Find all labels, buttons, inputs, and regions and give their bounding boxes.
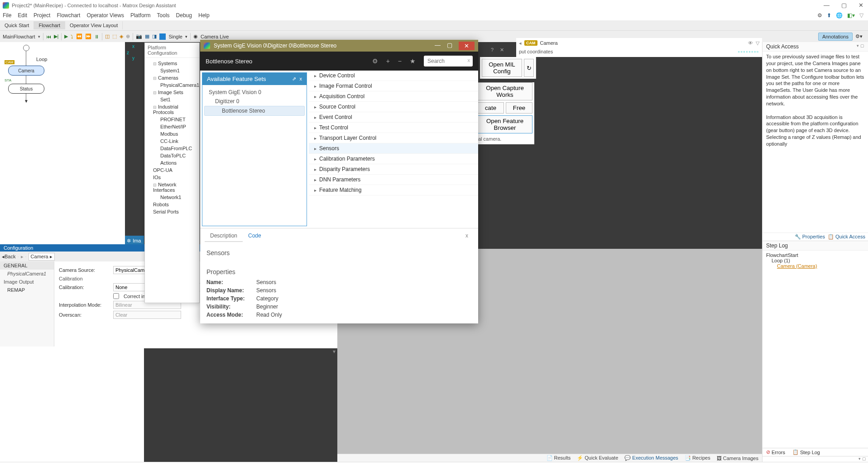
star-icon[interactable]: ★	[410, 57, 416, 65]
tab-operator-view-layout[interactable]: Operator View Layout	[65, 21, 123, 29]
steplog-tab[interactable]: 📋Step Log	[789, 448, 824, 456]
feature-item[interactable]: Disparity Parameters	[309, 164, 478, 175]
feature-item[interactable]: Test Control	[309, 123, 478, 133]
feature-item[interactable]: Source Control	[309, 102, 478, 112]
rewind-icon[interactable]: ⏪	[76, 33, 82, 39]
free-button[interactable]: Free	[506, 102, 532, 114]
menu-flowchart[interactable]: Flowchart	[57, 12, 80, 19]
platform-node[interactable]: System1	[146, 67, 198, 74]
platform-node[interactable]: EtherNet/IP	[146, 123, 198, 130]
step-icon[interactable]: ⤵	[71, 34, 73, 39]
nav-remap[interactable]: REMAP	[0, 286, 54, 294]
tool-icon-4[interactable]: ⊕	[126, 33, 130, 39]
open-mil-config-button[interactable]: Open MIL Config	[482, 59, 522, 77]
feature-item[interactable]: Calibration Parameters	[309, 154, 478, 164]
fast-forward-icon[interactable]: ⏩	[85, 33, 91, 39]
tool-icon-3[interactable]: ◈	[120, 33, 123, 39]
filter-icon[interactable]: ▽	[859, 12, 863, 19]
menu-tools[interactable]: Tools	[157, 12, 170, 19]
main-flowchart-dropdown[interactable]: MainFlowchart	[3, 34, 35, 39]
flowchart-start-node[interactable]	[23, 45, 29, 51]
dialog-close-button[interactable]: ✕	[459, 42, 475, 50]
step-log-loop[interactable]: Loop (1)	[766, 258, 864, 263]
pause-icon[interactable]: ⏸	[94, 34, 99, 39]
step-log-flowstart[interactable]: FlowchartStart	[766, 252, 864, 258]
open-capture-works-button[interactable]: Open Capture Works	[477, 82, 532, 100]
tool-icon-1[interactable]: ◫	[105, 33, 110, 39]
quick-access-link[interactable]: 📋 Quick Access	[828, 234, 865, 240]
platform-node[interactable]: ⊟ Image Sets	[146, 89, 198, 96]
status-icon[interactable]: ◧▾	[847, 12, 855, 19]
menu-help[interactable]: Help	[198, 12, 210, 19]
minus-icon[interactable]: −	[398, 57, 402, 65]
tool-icon-2[interactable]: ⬚	[112, 33, 117, 39]
errors-tab[interactable]: ⊘Errors	[762, 448, 789, 456]
correct-image-checkbox[interactable]	[113, 293, 119, 299]
dialog-maximize-button[interactable]: ▢	[447, 42, 452, 50]
platform-node[interactable]: CC-Link	[146, 138, 198, 145]
feature-item[interactable]: Transport Layer Control	[309, 133, 478, 143]
flowchart-status-node[interactable]: Status	[8, 84, 44, 94]
nav-image-output[interactable]: Image Output	[0, 278, 54, 286]
platform-node[interactable]: ⊟ Systems	[146, 60, 198, 67]
camera-close-icon[interactable]: ✕	[500, 47, 504, 53]
platform-node[interactable]: Set1	[146, 96, 198, 103]
flowchart-camera-node[interactable]: Camera	[8, 66, 44, 76]
tab-quick-evaluate[interactable]: ⚡ Quick Evaluate	[577, 455, 618, 461]
filter-icon-2[interactable]: ▽	[756, 40, 759, 46]
feature-dialog-titlebar[interactable]: System GigE Vision 0\Digitizer 0\Bottlen…	[200, 40, 478, 52]
gear-icon[interactable]: ⚙	[817, 12, 822, 19]
window-maximize-button[interactable]: ▢	[839, 2, 849, 9]
afs-close-icon[interactable]: x	[300, 76, 302, 82]
open-feature-browser-button[interactable]: Open Feature Browser	[477, 115, 532, 133]
afs-bottlenose[interactable]: Bottlenose Stereo	[204, 106, 305, 116]
tab-camera-images[interactable]: 🖼 Camera Images	[717, 456, 758, 461]
platform-node[interactable]: IOs	[146, 174, 198, 181]
plus-icon[interactable]: +	[386, 57, 390, 65]
camera-tool-icon[interactable]: 📷	[136, 33, 142, 39]
menu-operator-views[interactable]: Operator Views	[86, 12, 124, 19]
step-log-camera-link[interactable]: Camera (Camera)	[777, 263, 817, 269]
platform-tree[interactable]: ⊟ SystemsSystem1⊟ CamerasPhysicalCamera1…	[145, 58, 199, 217]
menu-platform[interactable]: Platform	[130, 12, 151, 19]
feature-item[interactable]: Acquisition Control	[309, 91, 478, 102]
feature-search-input[interactable]	[424, 56, 473, 66]
feature-item[interactable]: Device Control	[309, 71, 478, 81]
play-to-icon[interactable]: ▶|	[54, 33, 59, 39]
feature-item[interactable]: Event Control	[309, 112, 478, 123]
blue-tool-1-icon[interactable]: ▦	[145, 33, 149, 39]
platform-node[interactable]: OPC-UA	[146, 166, 198, 174]
play-icon[interactable]: ▶	[64, 33, 68, 39]
breadcrumb-camera[interactable]: Camera ▸	[29, 253, 55, 261]
upload-icon[interactable]: ⬆	[827, 12, 831, 19]
platform-node[interactable]: Network1	[146, 194, 198, 201]
platform-node[interactable]: DataToPLC	[146, 152, 198, 159]
forward-button[interactable]: ▸	[21, 254, 24, 260]
eye-icon[interactable]: 👁	[748, 40, 753, 46]
nav-general[interactable]: GENERAL	[0, 261, 54, 270]
gear-icon[interactable]: ⚙	[372, 57, 378, 65]
platform-node[interactable]: Serial Ports	[146, 208, 198, 215]
annotations-button[interactable]: Annotations	[818, 33, 853, 41]
tab-quick-start[interactable]: Quick Start	[0, 21, 34, 29]
globe-icon[interactable]: 🌐	[836, 12, 843, 19]
feature-item[interactable]: Feature Matching	[309, 185, 478, 195]
platform-node[interactable]: ⊟ Cameras	[146, 74, 198, 81]
feature-item[interactable]: Image Format Control	[309, 81, 478, 91]
platform-node[interactable]: PROFINET	[146, 116, 198, 123]
scroll-down-icon[interactable]: ▾	[331, 348, 337, 357]
dialog-minimize-button[interactable]: —	[435, 42, 441, 50]
tab-code[interactable]: Code	[243, 230, 267, 242]
settings-dropdown-icon[interactable]: ⚙▾	[855, 33, 863, 39]
nav-physical-camera[interactable]: PhysicalCamera1	[0, 270, 54, 278]
feature-item[interactable]: Sensors	[309, 143, 478, 154]
platform-node[interactable]: Robots	[146, 201, 198, 208]
tab-execution-messages[interactable]: 💬 Execution Messages	[624, 455, 678, 461]
blue-block-icon[interactable]	[159, 33, 166, 40]
tab-description[interactable]: Description	[205, 230, 243, 242]
platform-node[interactable]: PhysicalCamera1	[146, 81, 198, 89]
platform-node[interactable]: Modbus	[146, 130, 198, 138]
blue-tool-2-icon[interactable]: ◨	[152, 33, 157, 39]
tab-close[interactable]: x	[460, 230, 474, 242]
skip-back-icon[interactable]: ⏮	[46, 34, 51, 39]
